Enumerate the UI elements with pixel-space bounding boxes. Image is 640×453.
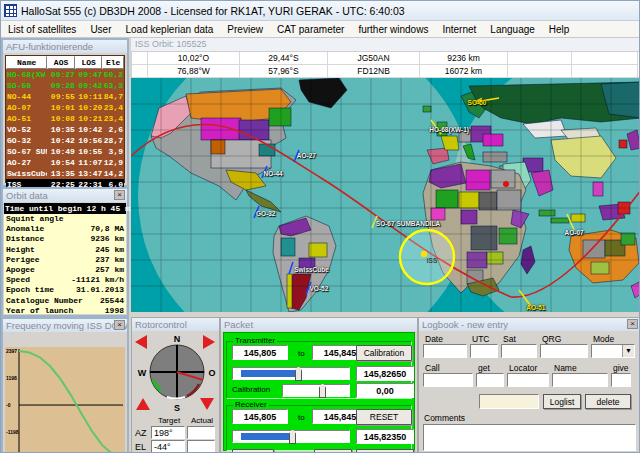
calibration-button[interactable]: Calibration [356, 345, 412, 361]
app-icon [4, 4, 17, 17]
close-icon[interactable]: × [114, 320, 125, 330]
tx-from-input[interactable]: 145,805 [232, 345, 288, 360]
afu-row-ho-68-xw-1[interactable]: HO-68(XW-109:2709:4750,2 [6, 69, 124, 80]
afu-row-so-67-sum[interactable]: SO-67 SUM10:4910:553,9 [6, 146, 124, 157]
afu-cell: 10:20 [75, 102, 103, 113]
afu-header-name[interactable]: Name [6, 56, 47, 69]
orbit-value: 9236 km [90, 234, 124, 244]
menu-item-internet[interactable]: Internet [435, 22, 483, 37]
afu-cell: NO-44 [6, 91, 47, 102]
logbook-field-qrg[interactable] [540, 344, 588, 358]
loglist-button[interactable]: Loglist [543, 394, 581, 409]
logbook-field-get[interactable] [476, 373, 504, 387]
orbit-label: Anomalie [6, 224, 44, 234]
close-icon[interactable]: × [627, 319, 638, 329]
menu-item-further-windows[interactable]: further windows [351, 22, 435, 37]
reset-button[interactable]: RESET [356, 409, 412, 425]
rx-frequency-slider[interactable] [232, 430, 350, 443]
afu-cell: 13:35 [47, 168, 75, 179]
logbook-field-utc[interactable] [470, 344, 498, 358]
logbook-label-mode: Mode [591, 334, 635, 344]
app-window: HalloSat 555 (c) DB3DH 2008 - Licensed f… [0, 0, 640, 453]
afu-cell: 10:08 [47, 113, 75, 124]
map-sat-label-vo-52: VO-52 [310, 285, 329, 292]
az-label: AZ [135, 428, 151, 438]
logbook-field-give[interactable] [611, 373, 631, 387]
afu-cell: 10:21 [75, 113, 103, 124]
afu-cell: GO-32 [6, 135, 47, 146]
afu-row-no-44[interactable]: NO-4409:5510:1184,7 [6, 91, 124, 102]
afu-row-vo-52[interactable]: VO-5210:3510:422,6 [6, 124, 124, 135]
map-status-strip: ISS Orbit: 105525 [131, 38, 640, 51]
calibration-display: 0,00 [356, 383, 414, 398]
world-map[interactable]: SO-50HO-68(XW-1)AO-27NO-44GO-32SwissCube… [131, 78, 640, 312]
afu-cell: VO-52 [6, 124, 47, 135]
rit-button[interactable]: RIT [232, 449, 274, 453]
afu-row-go-32[interactable]: GO-3210:4210:5628,7 [6, 135, 124, 146]
afu-cell: 10:56 [75, 135, 103, 146]
coords-cell-r1c6 [572, 65, 638, 78]
orbit-value: 1998 [105, 306, 124, 316]
doppler-curve [5, 347, 125, 453]
comments-textarea[interactable] [423, 424, 636, 451]
afu-header-los[interactable]: LOS [75, 56, 103, 69]
logbook-field-sat[interactable] [501, 344, 537, 358]
rx-from-input[interactable]: 145,805 [232, 409, 288, 424]
orbit-value: 257 km [95, 265, 124, 275]
coords-cell-r0c6 [572, 52, 638, 65]
menu-item-preview[interactable]: Preview [220, 22, 270, 37]
afu-cell: SO-50 [6, 80, 47, 91]
delete-button[interactable]: delete [585, 394, 631, 409]
menu-item-load-keplerian-data[interactable]: Load keplerian data [119, 22, 221, 37]
doppler-ytick: -1198 [6, 429, 19, 435]
map-sat-label-ao-27: AO-27 [297, 152, 316, 159]
afu-row-ao-07[interactable]: AO-0710:0110:2023,4 [6, 102, 124, 113]
afu-row-ao-51[interactable]: AO-5110:0810:2123,4 [6, 113, 124, 124]
logbook-field-mode[interactable]: ▼ [591, 344, 635, 358]
logbook-field-date[interactable] [423, 344, 467, 358]
logbook-extra-field[interactable] [479, 394, 539, 409]
afu-row-ao-27[interactable]: AO-2710:5411:0712,9 [6, 157, 124, 168]
az-actual-field[interactable] [187, 426, 215, 439]
tx-frequency-slider[interactable] [232, 367, 350, 380]
calibration-label: Calibration [232, 385, 270, 394]
coords-cell-r0c4: 9236 km [420, 52, 508, 65]
afu-cell: 10:54 [47, 157, 75, 168]
orbit-panel-title: Orbit data × [3, 189, 127, 202]
el-actual-field[interactable] [187, 440, 215, 453]
logbook-panel-title-text: Logbook - new entry [422, 319, 508, 330]
afu-header-ele[interactable]: Ele [102, 56, 124, 69]
afu-row-swisscube[interactable]: SwissCube13:3513:4714,2 [6, 168, 124, 179]
logbook-row2: CallgetLocatorNamegive [423, 363, 634, 387]
el-target-field[interactable]: -44° [151, 440, 185, 453]
menu-bar: List of satellitesUserLoad keplerian dat… [1, 21, 640, 38]
coords-cell-r1c5 [508, 65, 572, 78]
compass-e: O [208, 368, 215, 378]
menu-item-user[interactable]: User [83, 22, 118, 37]
close-icon[interactable]: × [114, 190, 125, 200]
logbook-field-call[interactable] [423, 373, 473, 387]
tx-to-word: to [298, 349, 305, 358]
afu-cell: 12,9 [102, 157, 124, 168]
calibration-slider[interactable] [282, 384, 350, 397]
orbit-row-speed: Speed-11121 km/h [4, 275, 126, 285]
afu-row-so-50[interactable]: SO-5009:2809:4263,3 [6, 80, 124, 91]
cat-onoff-button[interactable]: CAT on/off [356, 449, 414, 453]
logbook-field-name[interactable] [552, 373, 608, 387]
az-target-field[interactable]: 198° [151, 426, 185, 439]
afu-cell: 10:01 [47, 102, 75, 113]
orbit-row-apogee: Apogee257 km [4, 265, 126, 275]
compass-n: N [174, 334, 181, 344]
orbit-value: -11121 km/h [71, 275, 124, 285]
menu-item-help[interactable]: Help [542, 22, 577, 37]
menu-item-language[interactable]: Language [483, 22, 542, 37]
orbit-label: Distance [6, 234, 44, 244]
compass-s: S [174, 403, 180, 413]
logbook-field-locator[interactable] [507, 373, 549, 387]
doppler-panel-title: Frequency moving ISS DOWN... × [3, 319, 127, 332]
menu-item-list-of-satellites[interactable]: List of satellites [1, 22, 83, 37]
menu-item-cat-parameter[interactable]: CAT parameter [270, 22, 351, 37]
cat-stop-button[interactable]: cat stop [314, 449, 352, 453]
afu-header-aos[interactable]: AOS [47, 56, 75, 69]
chevron-down-icon[interactable]: ▼ [622, 345, 634, 357]
